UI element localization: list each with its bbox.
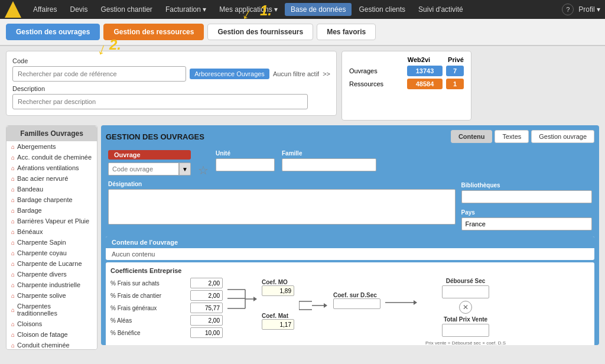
designation-textarea[interactable] xyxy=(108,189,456,225)
total-prix-label: Total Prix Vente xyxy=(442,316,489,323)
coeff-input-0[interactable] xyxy=(190,278,223,288)
favorite-star-icon[interactable]: ☆ xyxy=(198,164,209,177)
code-dropdown-button[interactable]: ▼ xyxy=(179,162,191,176)
nav-suivi-activite[interactable]: Suivi d'activité xyxy=(412,3,469,16)
coeff-row-3: % Aléas xyxy=(110,315,223,326)
coeff-mat-input[interactable] xyxy=(262,319,294,330)
top-navigation: Affaires Devis Gestion chantier Facturat… xyxy=(0,0,605,19)
coeff-label-4: % Bénéfice xyxy=(110,330,141,336)
family-item[interactable]: ⌂Cloisons xyxy=(6,318,97,329)
family-item[interactable]: ⌂Acc. conduit de cheminée xyxy=(6,152,97,162)
nav-affaires[interactable]: Affaires xyxy=(27,3,63,16)
coeff-row-1: % Frais de chantier xyxy=(110,290,223,301)
family-item[interactable]: ⌂Bandeau xyxy=(6,184,97,194)
family-item[interactable]: ⌂Barrières Vapeur et Pluie xyxy=(6,216,97,226)
stats-col1-header: Web2vi xyxy=(408,56,430,63)
family-item[interactable]: ⌂Bénéaux xyxy=(6,226,97,237)
expand-arrow[interactable]: >> xyxy=(323,70,330,77)
coeff-flow-arrows-svg xyxy=(227,284,257,337)
family-item[interactable]: ⌂Charpente industrielle xyxy=(6,280,97,290)
coeff-mo-input[interactable] xyxy=(262,285,294,296)
family-icon: ⌂ xyxy=(11,282,15,288)
debourse-total-group: Déboursé Sec ✕ Total Prix Vente Prix ven… xyxy=(425,278,506,345)
family-item[interactable]: ⌂Bac acier nervuré xyxy=(6,173,97,184)
famille-input[interactable] xyxy=(282,158,376,171)
svg-marker-10 xyxy=(324,303,327,308)
coeff-arrow-dsec-svg xyxy=(299,297,328,314)
description-search-label: Description xyxy=(12,85,330,92)
unite-group: Unité xyxy=(216,150,275,171)
coeff-input-1[interactable] xyxy=(190,290,223,301)
family-item[interactable]: ⌂Charpente de Lucarne xyxy=(6,258,97,269)
coeff-row-0: % Frais sur achats xyxy=(110,278,223,288)
family-icon: ⌂ xyxy=(11,207,15,214)
coeff-mat-label: Coef. Mat xyxy=(262,313,294,319)
tab-gestion-fournisseurs[interactable]: Gestion des fournisseurs xyxy=(207,24,313,40)
contenu-body: Aucun contenu xyxy=(106,248,594,260)
coeff-input-2[interactable] xyxy=(190,303,223,313)
unite-label: Unité xyxy=(216,150,275,157)
right-main-panel: GESTION DES OUVRAGES Contenu Textes Gest… xyxy=(101,125,599,345)
unite-input[interactable] xyxy=(216,158,275,171)
nav-gestion-chantier[interactable]: Gestion chantier xyxy=(95,3,158,16)
family-item[interactable]: ⌂Charpentes traditionnelles xyxy=(6,301,97,318)
bibliotheques-input[interactable] xyxy=(461,190,592,203)
stats-ressources-prive: 1 xyxy=(446,79,464,89)
family-item[interactable]: ⌂Bardage charpente xyxy=(6,194,97,205)
nav-gestion-clients[interactable]: Gestion clients xyxy=(353,3,411,16)
nav-facturation[interactable]: Facturation ▾ xyxy=(160,3,212,16)
coefficients-title: Coefficients Entreprise xyxy=(110,267,590,274)
family-icon: ⌂ xyxy=(11,239,15,246)
help-button[interactable]: ? xyxy=(562,4,574,15)
family-item[interactable]: ⌂Charpente solive xyxy=(6,290,97,301)
panel-action-buttons: Contenu Textes Gestion ouvrage xyxy=(451,130,594,143)
family-item[interactable]: ⌂Charpente divers xyxy=(6,269,97,280)
pays-group: Pays xyxy=(461,208,592,230)
bibliotheques-group: Bibliothèques xyxy=(461,181,592,203)
family-icon: ⌂ xyxy=(11,144,15,150)
pays-input[interactable] xyxy=(461,217,592,230)
family-item[interactable]: ⌂Conduit cheminée xyxy=(6,340,97,350)
family-icon: ⌂ xyxy=(11,218,15,225)
tab-mes-favoris[interactable]: Mes favoris xyxy=(317,24,376,40)
code-ouvrage-input[interactable] xyxy=(108,162,179,176)
family-item[interactable]: ⌂Charpente coyau xyxy=(6,248,97,258)
coeff-row-2: % Frais généraux xyxy=(110,303,223,313)
coeff-arrow-debourse xyxy=(385,297,421,310)
profil-menu[interactable]: Profil ▾ xyxy=(578,5,600,14)
textes-button[interactable]: Textes xyxy=(495,130,529,143)
family-icon: ⌂ xyxy=(11,176,15,182)
coeff-input-4[interactable] xyxy=(190,327,223,338)
family-item[interactable]: ⌂Aérations ventilations xyxy=(6,162,97,173)
family-item[interactable]: ⌂Abergements xyxy=(6,141,97,152)
stats-panel: Web2vi Privé Ouvrages 13743 7 Ressources… xyxy=(341,51,471,121)
coeff-label-2: % Frais généraux xyxy=(110,305,157,311)
family-item[interactable]: ⌂Bardage xyxy=(6,205,97,216)
description-search-input[interactable] xyxy=(12,94,308,109)
contenu-button[interactable]: Contenu xyxy=(451,130,493,143)
family-icon: ⌂ xyxy=(11,332,15,338)
debourse-sec-input[interactable] xyxy=(442,285,489,298)
designation-label: Désignation xyxy=(108,181,456,187)
coeff-input-3[interactable] xyxy=(190,315,223,326)
family-icon: ⌂ xyxy=(11,165,15,171)
code-search-input[interactable] xyxy=(12,66,186,82)
code-input-group: ▼ xyxy=(108,162,191,176)
nav-devis[interactable]: Devis xyxy=(64,3,93,16)
arborescence-badge[interactable]: Arborescence Ouvrages xyxy=(190,69,269,79)
nav-base-donnees[interactable]: Base de données xyxy=(285,3,352,16)
gestion-ouvrage-button[interactable]: Gestion ouvrage xyxy=(531,130,594,143)
search-stats-row: Code Arborescence Ouvrages Aucun filtre … xyxy=(0,46,605,123)
total-prix-input[interactable] xyxy=(442,324,489,337)
contenu-section: Contenu de l'ouvrage Aucun contenu xyxy=(106,236,594,260)
coeff-dsec-input[interactable] xyxy=(333,298,380,309)
star-group: ☆ xyxy=(198,163,209,177)
number-annotation-1: 1. xyxy=(260,2,272,19)
coefficients-section: Coefficients Entreprise % Frais sur acha… xyxy=(106,262,594,345)
number-annotation-2: 2. xyxy=(109,37,121,53)
ouvrage-label-badge: Ouvrage xyxy=(108,150,191,160)
family-item[interactable]: ⌂Charpente Sapin xyxy=(6,237,97,248)
family-icon: ⌂ xyxy=(11,292,15,299)
family-item[interactable]: ⌂Cloison de fatage xyxy=(6,329,97,340)
tab-gestion-ouvrages[interactable]: Gestion des ouvrages xyxy=(6,24,100,40)
